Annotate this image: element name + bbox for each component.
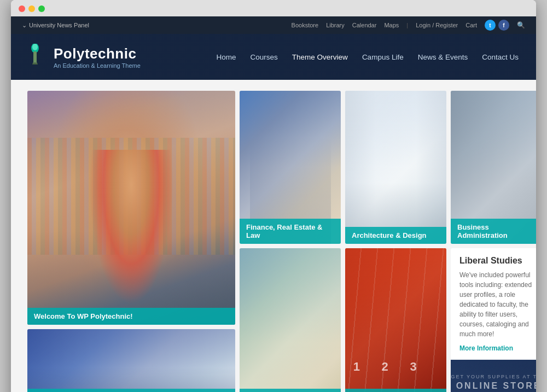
dot-close[interactable] [19,5,25,12]
liberal-desc: We've included powerful tools including:… [459,270,536,339]
page-grid: Welcome To WP Polytechnic! Finance, Real… [27,91,520,392]
liberal-content: Liberal Studies We've included powerful … [451,248,536,360]
bookstore-link[interactable]: Bookstore [292,22,319,28]
utility-bar-left: ⌄ University News Panel [22,22,89,29]
utility-bar: ⌄ University News Panel Bookstore Librar… [11,16,536,34]
maps-link[interactable]: Maps [384,22,399,28]
biology-label: Biology & Pharmacology [27,389,235,392]
logo-text-area: Polytechnic An Education & Learning Them… [54,45,141,69]
facebook-icon[interactable]: f [498,20,509,31]
browser-window: ⌄ University News Panel Bookstore Librar… [11,0,536,392]
site-tagline: An Education & Learning Theme [54,62,141,69]
content-area: Welcome To WP Polytechnic! Finance, Real… [11,80,536,392]
biz-label: Business Administration [451,219,536,244]
cart-link[interactable]: Cart [465,22,477,28]
online-store-pre: get your supplies at the [451,374,536,379]
finance-card[interactable]: Finance, Real Estate & Law [240,91,341,244]
utility-bar-right: Bookstore Library Calendar Maps | Login … [292,20,525,31]
search-icon[interactable]: 🔍 [517,21,525,29]
library-link[interactable]: Library [326,22,345,28]
more-info-link[interactable]: More Information [459,344,536,352]
hero-image [27,91,235,325]
nav-campus-life[interactable]: Campus Life [361,51,405,63]
arch-label: Architecture & Design [345,227,446,244]
arch-image [345,91,446,244]
news-panel-label: University News Panel [29,22,89,28]
dot-maximize[interactable] [38,5,45,12]
divider: | [406,22,408,28]
finance-label: Finance, Real Estate & Law [240,219,341,244]
arthistory-card[interactable]: Art History [240,248,341,392]
nav-home[interactable]: Home [216,51,237,63]
online-store-main: ONLINE STORE [451,380,536,392]
arch-card[interactable]: Architecture & Design [345,91,446,244]
main-nav: Home Courses Theme Overview Campus Life … [216,51,520,63]
browser-dots [19,5,45,12]
nav-theme-overview[interactable]: Theme Overview [291,51,349,63]
svg-point-1 [32,44,38,50]
dot-minimize[interactable] [28,5,35,12]
online-store-bg[interactable]: get your supplies at the ONLINE STORE [451,360,536,392]
arthistory-image [240,248,341,392]
sports-card[interactable]: 1 2 3 Sports & Clubs [345,248,446,392]
liberal-title: Liberal Studies [459,256,536,266]
nav-courses[interactable]: Courses [249,51,279,63]
biology-card[interactable]: Biology & Pharmacology [27,329,235,392]
logo-icon [27,44,47,70]
svg-rect-4 [32,63,38,65]
arthistory-label: Art History [240,389,341,392]
social-icons: t f [485,20,509,31]
nav-news-events[interactable]: News & Events [417,51,469,63]
site-title: Polytechnic [54,45,141,62]
biology-image [27,329,235,392]
nav-contact[interactable]: Contact Us [481,51,520,63]
login-register-link[interactable]: Login / Register [416,22,458,28]
sports-label: Sports & Clubs [345,389,446,392]
hero-label: Welcome To WP Polytechnic! [27,308,235,325]
chevron-down-icon: ⌄ [22,22,27,29]
liberal-card: Liberal Studies We've included powerful … [451,248,536,392]
site-header: Polytechnic An Education & Learning Them… [11,34,536,80]
sports-image: 1 2 3 [345,248,446,392]
calendar-link[interactable]: Calendar [352,22,377,28]
svg-rect-2 [33,51,37,63]
online-store-text: get your supplies at the ONLINE STORE [451,373,536,393]
twitter-icon[interactable]: t [485,20,496,31]
browser-chrome [11,0,536,16]
hero-card[interactable]: Welcome To WP Polytechnic! [27,91,235,325]
logo-area: Polytechnic An Education & Learning Them… [27,44,141,70]
biz-card[interactable]: Business Administration [451,91,536,244]
